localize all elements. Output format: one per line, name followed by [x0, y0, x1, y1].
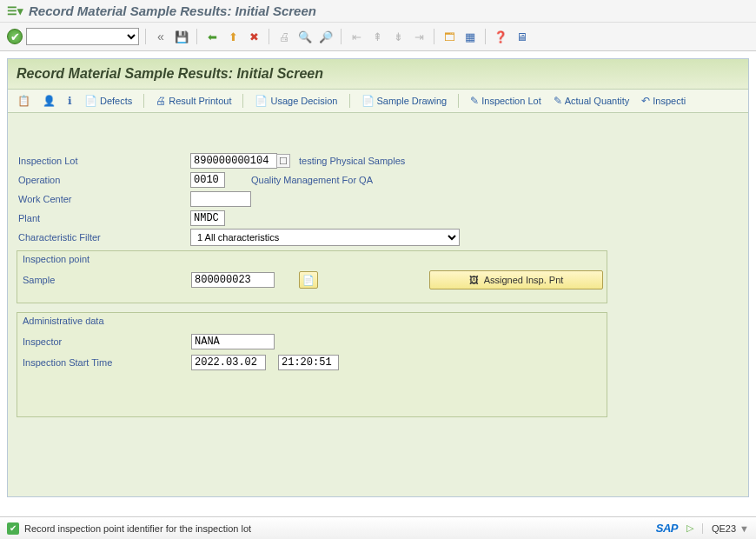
nav-back-icon[interactable]: ⬅	[203, 28, 221, 45]
new-session-icon[interactable]: 🗔	[441, 28, 458, 45]
form-area: Inspection Lot ☐ testing Physical Sample…	[8, 113, 748, 433]
result-printout-button[interactable]: 🖨Result Printout	[151, 93, 235, 109]
separator	[269, 29, 269, 44]
help-icon[interactable]: ❓	[492, 28, 509, 45]
command-field[interactable]	[26, 28, 139, 45]
customize-icon[interactable]: 🖥	[513, 28, 530, 45]
find-icon[interactable]: 🔍	[296, 28, 314, 45]
char-filter-label: Characteristic Filter	[17, 232, 190, 243]
status-success-icon: ✔	[7, 522, 19, 535]
inspection-lot-label: Inspection Lot	[17, 156, 190, 166]
separator	[341, 29, 342, 44]
image-icon: 🖼	[469, 275, 479, 285]
tcode-area[interactable]: QE23 ▼	[702, 523, 749, 534]
enter-icon[interactable]: ✔	[7, 29, 23, 44]
exit-icon[interactable]: ⬆	[224, 28, 242, 45]
window-title-bar: ☰▾ Record Material Sample Results: Initi…	[0, 0, 756, 23]
print-icon[interactable]: 🖨	[275, 28, 293, 45]
start-time-field[interactable]	[278, 355, 339, 370]
separator	[143, 94, 144, 108]
defects-label: Defects	[100, 96, 132, 106]
start-time-label: Inspection Start Time	[23, 357, 191, 368]
separator	[242, 94, 243, 108]
inspection-lot-btn-label: Inspection Lot	[481, 96, 541, 106]
admin-data-title: Administrative data	[17, 313, 607, 331]
start-time-row: Inspection Start Time	[17, 352, 607, 373]
start-date-field[interactable]	[191, 355, 266, 370]
separator	[458, 94, 459, 108]
assigned-btn-label: Assigned Insp. Pnt	[484, 275, 564, 285]
inspection-lot-field[interactable]	[190, 153, 277, 169]
status-nav-icon[interactable]: ▷	[686, 522, 693, 534]
sample-label: Sample	[23, 275, 191, 285]
inspection-point-group: Inspection point Sample 📄 🖼 Assigned Ins…	[17, 250, 607, 303]
status-bar: ✔ Record inspection point identifier for…	[0, 516, 756, 539]
separator	[434, 29, 434, 44]
find-next-icon[interactable]: 🔎	[317, 28, 335, 45]
actual-quantity-label: Actual Quantity	[565, 96, 630, 106]
dropdown-icon: ▼	[739, 523, 749, 534]
work-center-row: Work Center	[17, 190, 739, 209]
operation-field[interactable]	[190, 172, 225, 188]
inspection-button-cut[interactable]: ↶Inspecti	[637, 93, 690, 109]
admin-data-group: Administrative data Inspector Inspection…	[17, 312, 607, 417]
window-title: Record Material Sample Results: Initial …	[29, 3, 316, 18]
separator	[485, 29, 486, 44]
work-center-label: Work Center	[17, 194, 190, 204]
operation-row: Operation Quality Management For QA	[17, 170, 739, 190]
tcode-label: QE23	[712, 523, 736, 534]
inspector-row: Inspector	[17, 331, 607, 352]
info-icon[interactable]: ℹ	[63, 93, 76, 109]
char-filter-dropdown[interactable]: 1 All characteristics	[190, 229, 460, 246]
separator	[349, 94, 350, 108]
char-filter-row: Characteristic Filter 1 All characterist…	[17, 228, 739, 247]
sample-field[interactable]	[191, 272, 275, 288]
app-toolbar: 📋 👤 ℹ 📄Defects 🖨Result Printout 📄Usage D…	[8, 90, 748, 113]
separator	[145, 29, 146, 44]
sample-drawing-button[interactable]: 📄Sample Drawing	[357, 93, 452, 109]
assigned-insp-pnt-button[interactable]: 🖼 Assigned Insp. Pnt	[429, 270, 603, 289]
sample-drawing-label: Sample Drawing	[377, 96, 448, 106]
save-icon[interactable]: 💾	[173, 28, 190, 45]
actual-quantity-button[interactable]: ✎Actual Quantity	[549, 93, 634, 109]
status-message: Record inspection point identifier for t…	[24, 523, 251, 534]
back-icon[interactable]: «	[152, 28, 169, 45]
inspection-cut-label: Inspecti	[653, 96, 686, 106]
inspector-label: Inspector	[23, 336, 191, 347]
usage-decision-label: Usage Decision	[270, 96, 337, 106]
next-page-icon[interactable]: ⇟	[389, 28, 407, 45]
operation-label: Operation	[17, 175, 190, 185]
separator	[196, 29, 197, 44]
result-printout-label: Result Printout	[169, 96, 231, 106]
sample-row: Sample 📄 🖼 Assigned Insp. Pnt	[17, 270, 607, 290]
last-page-icon[interactable]: ⇥	[410, 28, 428, 45]
search-help-icon[interactable]: ☐	[276, 154, 290, 168]
sap-logo: SAP	[656, 522, 678, 535]
plant-field[interactable]	[190, 210, 225, 226]
usage-decision-button[interactable]: 📄Usage Decision	[250, 93, 342, 109]
tool-icon-1[interactable]: 📋	[13, 93, 35, 109]
defects-button[interactable]: 📄Defects	[80, 93, 136, 109]
inspection-lot-button[interactable]: ✎Inspection Lot	[466, 93, 546, 109]
tool-icon-2[interactable]: 👤	[38, 93, 60, 109]
page-title: Record Material Sample Results: Initial …	[8, 59, 748, 90]
cancel-icon[interactable]: ✖	[245, 28, 262, 45]
main-container: Record Material Sample Results: Initial …	[7, 58, 749, 497]
first-page-icon[interactable]: ⇤	[348, 28, 365, 45]
inspection-point-title: Inspection point	[17, 251, 607, 270]
layout-icon[interactable]: ▦	[461, 28, 479, 45]
inspection-lot-row: Inspection Lot ☐ testing Physical Sample…	[17, 151, 739, 170]
plant-label: Plant	[17, 213, 190, 223]
document-icon[interactable]: 📄	[299, 271, 318, 289]
work-center-field[interactable]	[190, 191, 251, 207]
menu-icon[interactable]: ☰▾	[7, 4, 23, 17]
inspector-field[interactable]	[191, 334, 275, 349]
operation-desc: Quality Management For QA	[225, 175, 373, 185]
prev-page-icon[interactable]: ⇞	[368, 28, 386, 45]
plant-row: Plant	[17, 209, 739, 228]
system-toolbar: ✔ « 💾 ⬅ ⬆ ✖ 🖨 🔍 🔎 ⇤ ⇞ ⇟ ⇥ 🗔 ▦ ❓ 🖥	[0, 23, 756, 51]
inspection-lot-desc: testing Physical Samples	[290, 156, 405, 166]
